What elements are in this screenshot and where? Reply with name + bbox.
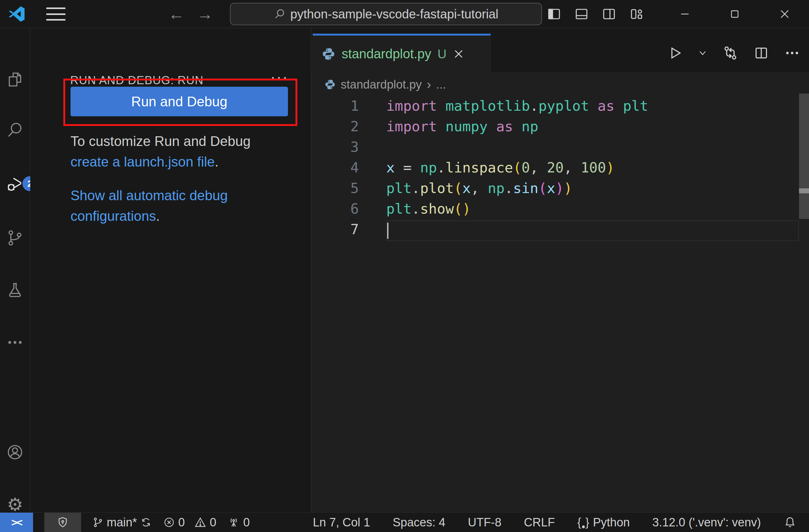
- indentation[interactable]: Spaces: 4: [393, 516, 446, 529]
- language-braces-icon: { }: [577, 516, 590, 529]
- breadcrumb-more[interactable]: ...: [436, 78, 446, 91]
- encoding[interactable]: UTF-8: [468, 516, 502, 529]
- search-view-icon[interactable]: [6, 121, 24, 139]
- title-bar: ← → python-sample-vscode-fastapi-tutoria…: [0, 0, 809, 28]
- breadcrumb-file[interactable]: standardplot.py: [341, 78, 422, 91]
- remote-indicator[interactable]: ><: [0, 513, 33, 532]
- line-number: 4: [311, 159, 359, 176]
- editor-more-actions-icon[interactable]: [784, 45, 800, 61]
- editor-scrollbar[interactable]: [799, 93, 809, 219]
- notifications-bell-icon[interactable]: [784, 516, 796, 529]
- annotation-highlight-box: [63, 78, 297, 126]
- text-cursor: [387, 223, 389, 239]
- sync-icon[interactable]: [140, 516, 152, 528]
- code-text: plt.plot(x, np.sin(x)): [386, 180, 572, 196]
- activity-bar: 2 ⚙ BR: [0, 29, 30, 512]
- maximize-button[interactable]: [721, 4, 749, 24]
- run-dropdown-chevron-icon[interactable]: [698, 48, 707, 58]
- workspace-trust-shield-icon[interactable]: [44, 513, 81, 532]
- code-text: import numpy as np: [386, 118, 538, 135]
- run-python-file-icon[interactable]: [667, 45, 683, 61]
- scrollbar-decoration: [799, 188, 809, 193]
- tab-label: standardplot.py: [342, 47, 431, 61]
- status-bar: >< main* 0: [0, 512, 809, 532]
- python-file-icon-small: [325, 79, 336, 90]
- code-line[interactable]: 4x = np.linspace(0, 20, 100): [311, 157, 799, 178]
- cursor-position[interactable]: Ln 7, Col 1: [313, 516, 370, 529]
- command-center-search[interactable]: python-sample-vscode-fastapi-tutorial: [230, 3, 542, 25]
- tab-standardplot[interactable]: standardplot.py U: [313, 34, 491, 72]
- open-changes-icon[interactable]: [722, 45, 739, 61]
- code-line[interactable]: 3: [311, 137, 799, 157]
- code-editor[interactable]: 1import matplotlib.pyplot as plt2import …: [311, 95, 799, 240]
- close-window-button[interactable]: [771, 4, 799, 24]
- git-branch-icon: [92, 517, 104, 528]
- launch-json-link[interactable]: create a launch.json file: [70, 154, 214, 169]
- line-number: 7: [311, 221, 359, 237]
- tab-modified-indicator: U: [437, 47, 446, 61]
- line-number: 1: [311, 97, 359, 114]
- run-debug-sidebar: RUN AND DEBUG: RUN ··· Run and Debug To …: [30, 29, 311, 512]
- settings-gear-icon[interactable]: ⚙: [6, 496, 24, 514]
- toggle-secondary-sidebar-icon[interactable]: [602, 6, 617, 21]
- branch-indicator[interactable]: main*: [92, 516, 152, 529]
- back-arrow-icon[interactable]: ←: [165, 4, 187, 24]
- line-number: 3: [311, 139, 359, 155]
- errors-icon: [163, 516, 175, 528]
- split-editor-icon[interactable]: [754, 45, 769, 61]
- code-text: plt.show(): [386, 200, 471, 217]
- ports-indicator[interactable]: 0: [227, 516, 249, 529]
- minimize-button[interactable]: [671, 4, 699, 24]
- ports-count: 0: [243, 516, 249, 529]
- current-line-highlight: [386, 220, 799, 241]
- explorer-icon[interactable]: [6, 70, 24, 89]
- language-mode[interactable]: { } Python: [577, 516, 630, 529]
- vscode-logo-icon: [8, 5, 25, 23]
- line-number: 2: [311, 118, 359, 135]
- warnings-icon: [194, 516, 207, 529]
- auto-debug-hint-text: Show all automatic debug configurations.: [70, 185, 283, 226]
- testing-view-icon[interactable]: [6, 281, 24, 299]
- code-line[interactable]: 1import matplotlib.pyplot as plt: [311, 95, 799, 116]
- code-line[interactable]: 6plt.show(): [311, 198, 799, 219]
- python-interpreter[interactable]: 3.12.0 ('.venv': venv): [652, 516, 761, 529]
- toggle-sidebar-icon[interactable]: [547, 6, 562, 21]
- line-number: 6: [311, 200, 359, 217]
- radio-tower-icon: [227, 516, 240, 529]
- search-icon: [274, 8, 286, 20]
- branch-name: main*: [107, 516, 137, 529]
- code-text: import matplotlib.pyplot as plt: [386, 97, 648, 114]
- more-views-icon[interactable]: [6, 333, 24, 352]
- code-text: x = np.linspace(0, 20, 100): [386, 159, 615, 176]
- forward-arrow-icon[interactable]: →: [194, 4, 216, 24]
- error-count: 0: [178, 516, 185, 529]
- source-control-icon[interactable]: [6, 229, 24, 247]
- menu-icon[interactable]: [46, 7, 66, 21]
- auto-debug-config-link[interactable]: Show all automatic debug configurations: [70, 188, 228, 224]
- code-line[interactable]: 5plt.plot(x, np.sin(x)): [311, 178, 799, 198]
- customize-hint-text: To customize Run and Debug create a laun…: [70, 131, 283, 172]
- warning-count: 0: [210, 516, 216, 529]
- breadcrumb-separator: ›: [427, 77, 431, 92]
- line-number: 5: [311, 180, 359, 196]
- command-center-text: python-sample-vscode-fastapi-tutorial: [291, 7, 499, 21]
- breadcrumb[interactable]: standardplot.py › ...: [325, 75, 446, 94]
- accounts-icon[interactable]: [6, 443, 24, 461]
- tab-close-icon[interactable]: [453, 48, 465, 60]
- toggle-panel-icon[interactable]: [574, 6, 589, 21]
- editor-actions: [667, 34, 800, 72]
- problems-indicator[interactable]: 0 0: [163, 516, 216, 529]
- code-line[interactable]: 2import numpy as np: [311, 116, 799, 137]
- python-file-icon: [322, 47, 335, 61]
- customize-layout-icon[interactable]: [629, 6, 644, 21]
- eol-sequence[interactable]: CRLF: [524, 516, 555, 529]
